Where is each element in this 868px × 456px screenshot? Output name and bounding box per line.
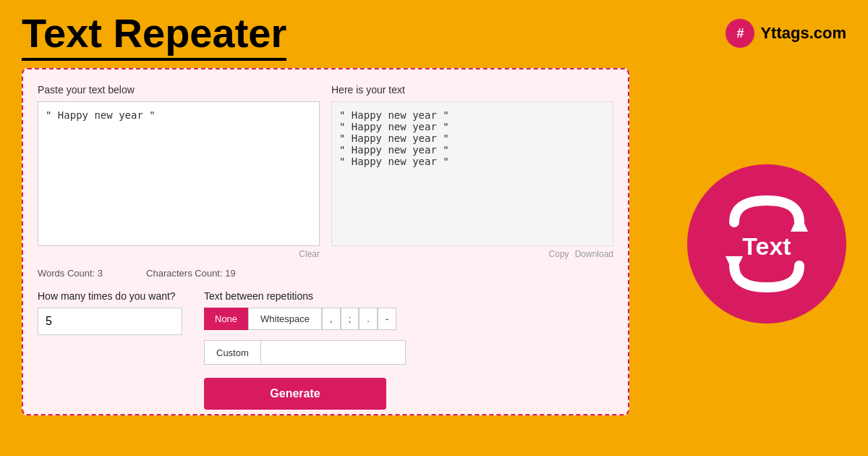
input-section: Paste your text below Clear <box>38 84 320 259</box>
output-label: Here is your text <box>331 84 613 96</box>
custom-input[interactable] <box>261 340 406 365</box>
custom-row: Custom <box>204 340 406 365</box>
sep-comma-button[interactable]: , <box>322 308 341 330</box>
deco-arrows-svg: Text <box>705 182 828 305</box>
sep-dash-button[interactable]: - <box>378 308 396 330</box>
sep-none-button[interactable]: None <box>204 308 248 330</box>
header: Text Repeater # Yttags.com <box>0 0 868 68</box>
clear-button[interactable]: Clear <box>299 249 320 259</box>
repeat-input[interactable] <box>38 308 182 335</box>
custom-button[interactable]: Custom <box>204 340 261 365</box>
copy-button[interactable]: Copy <box>549 249 569 259</box>
text-areas-row: Paste your text below Clear Here is your… <box>38 84 613 259</box>
download-button[interactable]: Download <box>575 249 613 259</box>
repeat-count-section: How many times do you want? <box>38 290 182 335</box>
words-count: Words Count: 3 <box>38 268 103 279</box>
output-section: Here is your text Copy Download <box>331 84 613 259</box>
input-footer: Clear <box>38 246 320 259</box>
tool-panel: Paste your text below Clear Here is your… <box>22 68 629 415</box>
output-footer: Copy Download <box>331 246 613 259</box>
sep-dot-button[interactable]: . <box>359 308 378 330</box>
generate-button[interactable]: Generate <box>204 378 386 410</box>
counts-row: Words Count: 3 Characters Count: 19 <box>38 268 613 279</box>
separator-label: Text between repetitions <box>204 290 406 302</box>
page-title: Text Repeater <box>22 13 286 61</box>
sep-whitespace-button[interactable]: Whitespace <box>248 308 322 330</box>
input-label: Paste your text below <box>38 84 320 96</box>
repeat-label: How many times do you want? <box>38 290 182 302</box>
copy-download-row: Copy Download <box>549 249 613 259</box>
brand-logo: # Yttags.com <box>726 19 846 48</box>
sep-semicolon-button[interactable]: ; <box>341 308 359 330</box>
separator-section: Text between repetitions None Whitespace… <box>204 290 406 410</box>
separator-buttons-row: None Whitespace , ; . - <box>204 308 406 330</box>
controls-row: How many times do you want? Text between… <box>38 290 613 410</box>
brand-icon: # <box>726 19 754 48</box>
chars-count: Characters Count: 19 <box>146 268 236 279</box>
input-textarea[interactable] <box>38 101 320 246</box>
deco-circle: Text <box>687 164 846 324</box>
deco-circle-inner: Text <box>705 182 828 305</box>
svg-text:Text: Text <box>742 232 791 260</box>
output-textarea[interactable] <box>331 101 613 246</box>
brand-hash: # <box>736 26 744 41</box>
brand-name: Yttags.com <box>760 24 846 43</box>
